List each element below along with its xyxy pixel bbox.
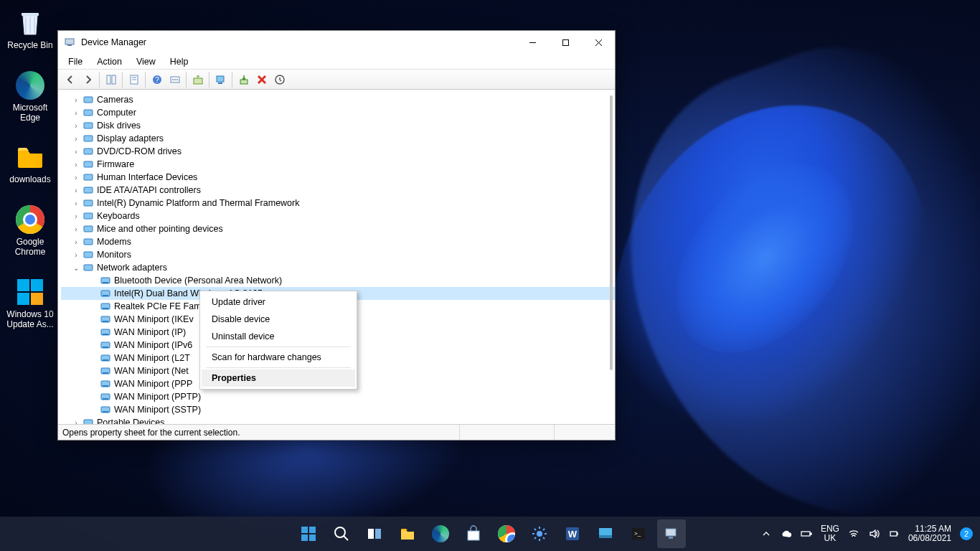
- desktop-icon-edge[interactable]: Microsoft Edge: [3, 67, 57, 129]
- tree-node[interactable]: ›Display adapters: [61, 132, 615, 145]
- back-button[interactable]: [61, 71, 79, 88]
- svg-rect-44: [103, 282, 108, 283]
- svg-rect-39: [84, 226, 93, 232]
- enable-button[interactable]: [235, 71, 253, 88]
- desktop-icon-recycle-bin[interactable]: Recycle Bin: [3, 4, 57, 57]
- svg-rect-0: [22, 13, 39, 16]
- context-menu-item[interactable]: Scan for hardware changes: [202, 349, 355, 366]
- tree-node[interactable]: ›Computer: [61, 106, 615, 119]
- forward-button[interactable]: [79, 71, 97, 88]
- tree-node[interactable]: ›Human Interface Devices: [61, 171, 615, 184]
- context-menu-item[interactable]: Disable device: [202, 311, 355, 328]
- wifi-icon[interactable]: [848, 528, 859, 540]
- update-driver-button[interactable]: [189, 71, 207, 88]
- desktop-icon-label: Windows 10 Update As...: [4, 310, 56, 330]
- menu-action[interactable]: Action: [91, 55, 128, 68]
- chrome-button[interactable]: [492, 519, 521, 548]
- svg-text:>_: >_: [634, 530, 641, 537]
- scan-hardware-button[interactable]: [212, 71, 230, 88]
- explorer-button[interactable]: [393, 519, 422, 548]
- language-indicator[interactable]: ENG UK: [821, 524, 839, 543]
- menu-file[interactable]: File: [62, 55, 88, 68]
- svg-rect-3: [17, 293, 29, 305]
- svg-rect-68: [301, 534, 308, 541]
- action-button[interactable]: [166, 71, 184, 88]
- svg-rect-2: [31, 279, 43, 291]
- tree-node[interactable]: ›Monitors: [61, 248, 615, 261]
- tree-node[interactable]: ›Disk drives: [61, 119, 615, 132]
- tree-child-node[interactable]: Bluetooth Device (Personal Area Network): [61, 274, 615, 287]
- disable-button[interactable]: [270, 71, 288, 88]
- svg-rect-67: [309, 527, 316, 533]
- tree-node[interactable]: ›Firmware: [61, 158, 615, 171]
- store-button[interactable]: [459, 519, 488, 548]
- start-button[interactable]: [294, 519, 323, 548]
- scroll-thumb[interactable]: [610, 95, 613, 370]
- tree-node[interactable]: ›Intel(R) Dynamic Platform and Thermal F…: [61, 197, 615, 209]
- status-text: Opens property sheet for the current sel…: [62, 428, 240, 438]
- volume-icon[interactable]: [868, 528, 880, 540]
- help-button[interactable]: ?: [148, 71, 166, 88]
- svg-rect-86: [890, 532, 897, 536]
- tree-node[interactable]: ›Keyboards: [61, 209, 615, 222]
- svg-rect-24: [218, 83, 222, 84]
- menubar: File Action View Help: [58, 54, 615, 70]
- properties-button[interactable]: [125, 71, 143, 88]
- svg-rect-12: [112, 75, 116, 84]
- menu-separator: [206, 347, 351, 347]
- lang-secondary: UK: [821, 534, 839, 543]
- menu-view[interactable]: View: [131, 55, 161, 68]
- close-button[interactable]: [582, 31, 615, 54]
- context-menu-item[interactable]: Properties: [202, 369, 355, 387]
- svg-rect-65: [84, 420, 93, 424]
- menu-help[interactable]: Help: [164, 55, 194, 68]
- device-manager-taskbar-button[interactable]: [657, 519, 686, 548]
- minimize-button[interactable]: [516, 31, 549, 54]
- svg-rect-23: [217, 76, 224, 82]
- desktop-icon-downloads[interactable]: downloads: [3, 138, 57, 191]
- toolbar: ?: [58, 70, 615, 90]
- svg-line-71: [344, 536, 348, 540]
- chevron-up-icon[interactable]: [760, 528, 772, 540]
- clock[interactable]: 11:25 AM 06/08/2021: [908, 524, 951, 543]
- maximize-button[interactable]: [549, 31, 582, 54]
- folder-icon: [14, 141, 46, 173]
- tree-child-node[interactable]: WAN Miniport (SSTP): [61, 403, 615, 416]
- task-view-button[interactable]: [360, 519, 389, 548]
- svg-rect-40: [84, 239, 93, 245]
- svg-rect-35: [84, 174, 93, 180]
- notification-badge[interactable]: 2: [960, 527, 973, 540]
- battery-icon[interactable]: [801, 528, 812, 540]
- svg-rect-58: [103, 372, 108, 374]
- word-button[interactable]: W: [558, 519, 587, 548]
- svg-point-21: [176, 79, 178, 80]
- terminal-button[interactable]: >_: [624, 519, 653, 548]
- onedrive-icon[interactable]: [781, 528, 792, 540]
- svg-rect-22: [194, 78, 202, 84]
- context-menu-item[interactable]: Uninstall device: [202, 328, 355, 345]
- search-button[interactable]: [327, 519, 356, 548]
- tree-child-node[interactable]: WAN Miniport (PPTP): [61, 390, 615, 403]
- tree-node[interactable]: ›DVD/CD-ROM drives: [61, 145, 615, 158]
- tree-node[interactable]: ⌄Network adapters: [61, 261, 615, 274]
- tree-node[interactable]: ›IDE ATA/ATAPI controllers: [61, 184, 615, 197]
- svg-rect-6: [67, 44, 72, 46]
- scrollbar[interactable]: [610, 95, 613, 418]
- uninstall-button[interactable]: [253, 71, 270, 88]
- edge-button[interactable]: [426, 519, 455, 548]
- tree-node[interactable]: ›Mice and other pointing devices: [61, 222, 615, 235]
- context-menu-item[interactable]: Update driver: [202, 293, 355, 311]
- app-button-1[interactable]: [591, 519, 620, 548]
- tree-node[interactable]: ›Modems: [61, 235, 615, 248]
- svg-rect-37: [84, 200, 93, 206]
- desktop-icon-update-assistant[interactable]: Windows 10 Update As...: [3, 273, 57, 336]
- svg-rect-74: [468, 531, 479, 540]
- tree-node[interactable]: ›Cameras: [61, 93, 615, 106]
- power-icon[interactable]: [888, 528, 900, 540]
- show-hide-tree-button[interactable]: [102, 71, 120, 88]
- tree-node[interactable]: ›Portable Devices: [61, 416, 615, 424]
- desktop-icon-chrome[interactable]: Google Chrome: [3, 201, 57, 263]
- titlebar[interactable]: Device Manager: [58, 31, 615, 54]
- svg-point-19: [172, 79, 174, 80]
- settings-button[interactable]: [525, 519, 554, 548]
